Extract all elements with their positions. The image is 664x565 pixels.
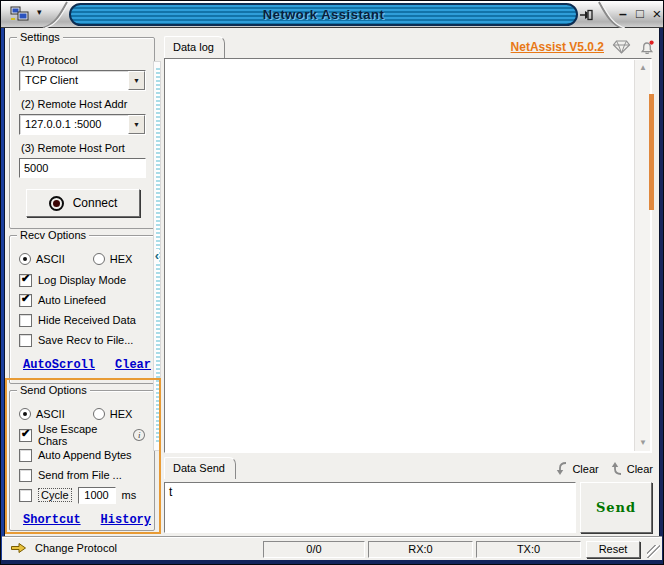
autoscroll-link[interactable]: AutoScroll bbox=[23, 358, 95, 372]
cycle-checkbox[interactable] bbox=[19, 489, 32, 502]
send-data-input[interactable]: t bbox=[164, 482, 576, 533]
remote-host-port-label: (3) Remote Host Port bbox=[21, 142, 145, 154]
connect-button-label: Connect bbox=[73, 196, 118, 210]
scroll-up-icon[interactable]: ▲ bbox=[635, 60, 651, 76]
remote-host-addr-label: (2) Remote Host Addr bbox=[21, 98, 145, 110]
settings-group: Settings (1) Protocol TCP Client ▼ (2) R… bbox=[9, 37, 155, 229]
data-log-scrollbar[interactable]: ▲ ▼ bbox=[634, 60, 650, 451]
window-title: Network Assistant bbox=[263, 7, 384, 22]
netassist-version-link[interactable]: NetAssist V5.0.2 bbox=[511, 40, 604, 54]
chevron-down-icon[interactable]: ▼ bbox=[128, 71, 145, 90]
auto-append-bytes-checkbox[interactable] bbox=[19, 449, 32, 462]
hide-received-data-label: Hide Received Data bbox=[38, 314, 136, 326]
hide-received-data-checkbox[interactable] bbox=[19, 314, 32, 327]
cycle-interval-input[interactable] bbox=[78, 487, 116, 504]
app-window: ▾ Network Assistant – □ × Settings (1) P… bbox=[0, 0, 664, 565]
pin-icon[interactable] bbox=[579, 8, 597, 22]
shortcut-link[interactable]: Shortcut bbox=[23, 513, 81, 527]
recv-ascii-radio[interactable] bbox=[19, 253, 31, 265]
change-protocol-button[interactable]: Change Protocol bbox=[10, 542, 117, 554]
minimize-button[interactable]: – bbox=[614, 4, 632, 24]
send-ascii-label: ASCII bbox=[36, 408, 65, 420]
send-options-group-title: Send Options bbox=[17, 384, 90, 396]
settings-group-title: Settings bbox=[17, 31, 63, 43]
send-ascii-radio[interactable] bbox=[19, 408, 31, 420]
history-link[interactable]: History bbox=[101, 513, 151, 527]
titlebar[interactable]: ▾ Network Assistant – □ × bbox=[1, 1, 663, 28]
maximize-button[interactable]: □ bbox=[631, 4, 649, 24]
auto-linefeed-checkbox[interactable] bbox=[19, 294, 32, 307]
clear-send-button[interactable]: Clear bbox=[609, 459, 653, 478]
send-data-value: t bbox=[169, 485, 172, 499]
send-button[interactable]: Send bbox=[580, 482, 652, 533]
protocol-label: (1) Protocol bbox=[21, 54, 145, 66]
tx-counter: TX:0 bbox=[476, 541, 581, 558]
scroll-down-icon[interactable]: ▼ bbox=[635, 435, 651, 451]
log-display-mode-label: Log Display Mode bbox=[38, 274, 126, 286]
window-border-left bbox=[1, 27, 5, 564]
status-bar: Change Protocol 0/0 RX:0 TX:0 Reset bbox=[2, 537, 662, 560]
window-border-right bbox=[659, 27, 663, 564]
remote-host-port-input[interactable] bbox=[19, 158, 146, 178]
send-hex-radio[interactable] bbox=[93, 408, 105, 420]
send-from-file-label: Send from File ... bbox=[38, 469, 122, 481]
save-recv-to-file-label: Save Recv to File... bbox=[38, 334, 133, 346]
cycle-label: Cycle bbox=[38, 488, 72, 502]
rx-counter: RX:0 bbox=[368, 541, 473, 558]
recv-hex-label: HEX bbox=[110, 253, 133, 265]
auto-append-bytes-label: Auto Append Bytes bbox=[38, 449, 132, 461]
log-display-mode-checkbox[interactable] bbox=[19, 274, 32, 287]
send-hex-label: HEX bbox=[110, 408, 133, 420]
data-log-area[interactable]: ▲ ▼ bbox=[164, 58, 652, 453]
send-options-group: Send Options ASCII HEX Use Escape Chars … bbox=[9, 390, 155, 531]
resize-grip[interactable] bbox=[647, 545, 660, 558]
clear-recv-button[interactable]: Clear bbox=[554, 459, 598, 478]
title-pill: Network Assistant bbox=[69, 3, 578, 26]
remote-host-addr-select[interactable]: 127.0.0.1 :5000 ▼ bbox=[19, 114, 146, 135]
reset-button[interactable]: Reset bbox=[586, 541, 640, 558]
collapse-left-icon: ‹ bbox=[155, 249, 159, 263]
arrow-curve-down-icon bbox=[554, 461, 568, 476]
disconnected-status-icon bbox=[49, 196, 64, 211]
change-protocol-label: Change Protocol bbox=[35, 542, 117, 554]
use-escape-chars-label: Use Escape Chars bbox=[38, 423, 126, 447]
arrow-curve-up-icon bbox=[609, 461, 623, 476]
save-recv-to-file-checkbox[interactable] bbox=[19, 334, 32, 347]
highlight-stripe-right-edge bbox=[649, 94, 654, 210]
app-icon[interactable] bbox=[10, 6, 30, 22]
window-border-bottom bbox=[1, 560, 663, 564]
cycle-unit-label: ms bbox=[122, 489, 137, 501]
gem-icon[interactable] bbox=[612, 39, 631, 55]
recv-hex-radio[interactable] bbox=[93, 253, 105, 265]
connection-counter: 0/0 bbox=[263, 541, 365, 558]
close-button[interactable]: × bbox=[648, 4, 664, 24]
tab-data-log[interactable]: Data log bbox=[164, 36, 225, 58]
clear-send-label: Clear bbox=[627, 463, 653, 475]
clear-recv-link[interactable]: Clear bbox=[115, 358, 151, 372]
recv-ascii-label: ASCII bbox=[36, 253, 65, 265]
remote-host-addr-value: 127.0.0.1 :5000 bbox=[20, 115, 128, 134]
protocol-select[interactable]: TCP Client ▼ bbox=[19, 70, 146, 91]
send-from-file-checkbox[interactable] bbox=[19, 469, 32, 482]
info-icon[interactable]: i bbox=[133, 429, 145, 441]
connect-button[interactable]: Connect bbox=[26, 189, 140, 217]
clear-recv-label: Clear bbox=[572, 463, 598, 475]
use-escape-chars-checkbox[interactable] bbox=[19, 429, 32, 442]
auto-linefeed-label: Auto Linefeed bbox=[38, 294, 106, 306]
notification-bell-icon[interactable] bbox=[639, 39, 656, 56]
chevron-down-icon[interactable]: ▼ bbox=[128, 115, 145, 134]
recv-options-group-title: Recv Options bbox=[17, 229, 89, 241]
protocol-value: TCP Client bbox=[20, 71, 128, 90]
recv-options-group: Recv Options ASCII HEX Log Display Mode … bbox=[9, 235, 155, 384]
tab-data-send[interactable]: Data Send bbox=[164, 457, 236, 479]
panel-collapse-splitter[interactable]: ‹ bbox=[153, 61, 161, 451]
pointer-hand-icon bbox=[10, 542, 27, 554]
